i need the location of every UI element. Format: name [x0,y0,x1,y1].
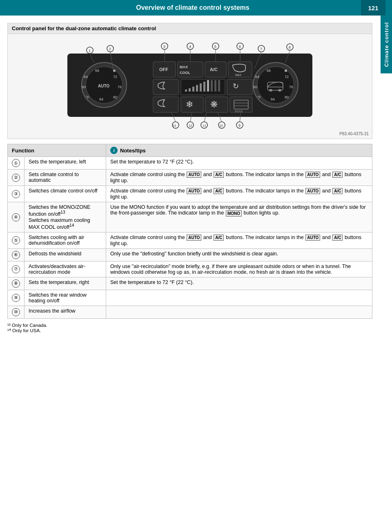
svg-rect-48 [227,79,252,95]
row-number: ② [8,170,24,186]
row-number: ⑨ [8,290,24,306]
climate-panel-svg: 68 64 60 °F 84 80 76 72 AUTO 68 64 60 °F [51,41,329,131]
circle-number: ② [12,174,20,182]
table-row: ⑥Defrosts the windshieldOnly use the "de… [8,248,372,261]
svg-rect-50 [153,97,178,112]
svg-text:°F: °F [257,95,261,99]
svg-text:MAX: MAX [180,65,188,69]
svg-text:2: 2 [109,47,111,51]
svg-rect-41 [196,85,198,92]
table-row: ⑧Sets the temperature, rightSet the temp… [8,277,372,290]
row-notes: Activate climate control using the AUTO … [106,232,372,248]
svg-text:❄: ❄ [186,99,193,110]
svg-text:60: 60 [82,85,86,89]
section-title: Control panel for the dual-zone automati… [7,23,372,34]
circle-number: ⑨ [12,294,20,302]
function-table: Function i Notes/tips ①Sets the temperat… [7,144,372,319]
circle-number: ⑤ [12,236,20,244]
row-notes: Set the temperature to 72 °F (22 °C). [106,277,372,290]
auto-label: AUTO [187,172,201,178]
photo-reference: P83.40-4375-31 [339,132,369,136]
table-row: ④Switches the MONO/ZONE function on/off1… [8,202,372,232]
row-function: Activates/deactivates air-recirculation … [24,261,106,277]
auto-label: AUTO [305,172,320,178]
svg-text:72: 72 [285,75,289,79]
row-number: ① [8,157,24,170]
row-number: ⑧ [8,277,24,290]
footnote-2: ¹⁴ Only for USA. [7,328,372,333]
row-function: Sets the temperature, left [24,157,106,170]
auto-label: AUTO [305,188,320,194]
col-function-header: Function [8,144,106,157]
table-row: ⑤Switches cooling with air dehumidificat… [8,232,372,248]
svg-text:5: 5 [214,45,216,49]
row-function: Switches cooling with air dehumidificati… [24,232,106,248]
panel-diagram: 68 64 60 °F 84 80 76 72 AUTO 68 64 60 °F [15,41,365,131]
row-number: ⑤ [8,232,24,248]
svg-text:64: 64 [84,75,88,79]
svg-text:1: 1 [89,49,91,53]
ac-label: A/C [332,235,343,241]
row-function: Switches climate control on/off [24,186,106,202]
auto-label: AUTO [305,235,320,241]
circle-number: ④ [12,213,20,221]
row-function: Sets climate control to automatic [24,170,106,186]
circle-number: ⑧ [12,279,20,288]
svg-rect-40 [192,87,194,92]
svg-text:76: 76 [118,85,122,89]
row-function: Switches the rear window heating on/off [24,290,106,306]
svg-rect-42 [200,83,202,92]
svg-rect-43 [203,82,205,92]
svg-text:6: 6 [239,45,241,49]
svg-text:80: 80 [285,95,289,99]
svg-point-24 [269,89,272,92]
row-function: Switches the MONO/ZONE function on/off13… [24,202,106,232]
svg-text:❋: ❋ [210,99,218,110]
svg-text:7: 7 [260,47,262,51]
row-number: ③ [8,186,24,202]
svg-rect-36 [153,79,178,95]
svg-text:84: 84 [271,97,275,101]
image-container: 68 64 60 °F 84 80 76 72 AUTO 68 64 60 °F [7,34,372,139]
svg-text:64: 64 [255,75,259,79]
svg-text:11: 11 [203,124,206,127]
svg-rect-47 [218,80,220,92]
svg-text:68: 68 [267,69,271,73]
svg-text:80: 80 [113,95,117,99]
ac-label: A/C [332,172,343,178]
ac-label: A/C [214,172,224,178]
svg-text:9: 9 [238,123,241,127]
svg-rect-46 [214,80,216,92]
page-title: Overview of climate control systems [0,4,361,11]
svg-text:MAX: MAX [235,74,242,76]
ac-label: A/C [332,188,343,194]
svg-text:REAR: REAR [235,110,243,113]
footnote-1: ¹³ Only for Canada. [7,323,372,328]
row-notes: Activate climate control using the AUTO … [106,186,372,202]
row-notes: Activate climate control using the AUTO … [106,170,372,186]
svg-text:76: 76 [289,85,293,89]
svg-rect-45 [211,80,213,92]
svg-rect-44 [207,80,209,92]
svg-rect-29 [178,62,203,77]
table-row: ②Sets climate control to automaticActiva… [8,170,372,186]
ac-label: A/C [214,188,224,194]
row-number: ⑥ [8,248,24,261]
svg-rect-39 [189,88,191,92]
row-notes: Use the MONO function if you want to ado… [106,202,372,232]
main-content: Control panel for the dual-zone automati… [0,16,392,341]
table-row: ③Switches climate control on/offActivate… [8,186,372,202]
row-number: ④ [8,202,24,232]
circle-number: ③ [12,190,20,198]
svg-point-25 [278,89,281,92]
svg-text:72: 72 [113,75,117,79]
svg-point-26 [285,69,287,72]
row-notes: Only use the "defrosting" function brief… [106,248,372,261]
svg-rect-38 [185,89,187,92]
svg-text:°F: °F [86,95,90,99]
table-row: ⑩Increases the airflow [8,306,372,318]
svg-text:8: 8 [289,45,291,49]
auto-label: AUTO [187,188,201,194]
footnotes: ¹³ Only for Canada. ¹⁴ Only for USA. [7,323,372,333]
row-notes: Set the temperature to 72 °F (22 °C). [106,157,372,170]
